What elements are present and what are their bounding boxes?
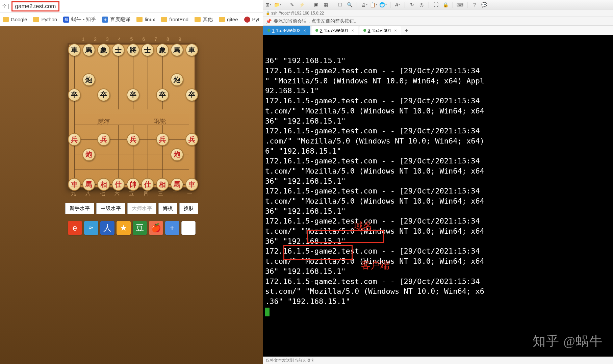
clipboard-icon[interactable]: 📋 bbox=[371, 2, 377, 8]
close-icon[interactable]: ✕ bbox=[351, 29, 354, 32]
terminal-output[interactable]: 36" "192.168.15.1"172.16.1.5-game2.test.… bbox=[263, 35, 613, 357]
globe-icon[interactable]: 🌐 bbox=[380, 2, 386, 8]
chess-piece[interactable]: 馬 bbox=[171, 178, 183, 191]
novice-button[interactable]: 新手水平 bbox=[65, 203, 94, 214]
annotation-label: 域名 bbox=[354, 219, 373, 232]
share-icon[interactable]: ≈ bbox=[84, 221, 98, 235]
session-tab[interactable]: 3 15.5-lb01✕ bbox=[359, 26, 401, 35]
log-line: 6" "192.168.15.1" bbox=[265, 146, 611, 156]
bookmark-item[interactable]: Python bbox=[33, 17, 57, 22]
share-row: e≈人★豆🍎+ bbox=[68, 221, 196, 235]
bookmark-item[interactable]: gitee bbox=[219, 17, 238, 22]
chess-piece[interactable]: 車 bbox=[185, 178, 198, 191]
bookmark-item[interactable]: 知蜗牛 - 知乎 bbox=[63, 16, 96, 23]
close-icon[interactable]: ✕ bbox=[394, 29, 397, 32]
chess-piece[interactable]: 象 bbox=[97, 44, 110, 56]
log-line: 36" "192.168.15.1" bbox=[265, 206, 611, 216]
window-icon[interactable]: ▣ bbox=[313, 2, 319, 8]
chess-piece[interactable]: 卒 bbox=[127, 88, 139, 101]
chess-piece[interactable]: 兵 bbox=[127, 133, 139, 146]
chess-piece[interactable]: 象 bbox=[156, 44, 169, 56]
chess-piece[interactable]: 馬 bbox=[82, 44, 95, 56]
chess-piece[interactable]: 士 bbox=[141, 44, 154, 56]
chess-piece[interactable]: 炮 bbox=[82, 148, 95, 161]
edit-icon[interactable]: ✎ bbox=[289, 2, 295, 8]
folder-icon bbox=[219, 17, 225, 22]
session-tab[interactable]: 1 15.8-web02✕ bbox=[263, 26, 310, 35]
chess-piece[interactable]: 車 bbox=[68, 44, 81, 56]
share-icon[interactable]: 人 bbox=[100, 221, 114, 235]
chess-piece[interactable]: 卒 bbox=[185, 88, 198, 101]
share-icon[interactable]: 🍎 bbox=[149, 221, 163, 235]
address-bar: 全 | game2.test.com bbox=[0, 0, 263, 13]
chess-piece[interactable]: 兵 bbox=[68, 133, 81, 146]
chess-piece[interactable]: 兵 bbox=[185, 133, 198, 146]
chess-piece[interactable]: 將 bbox=[127, 44, 139, 56]
chess-piece[interactable]: 車 bbox=[68, 178, 81, 191]
log-line: 172.16.1.5-game2.test.com - - [29/Oct/20… bbox=[265, 246, 611, 256]
bookmark-item[interactable]: 其他 bbox=[195, 16, 213, 23]
skin-button[interactable]: 换肤 bbox=[179, 203, 198, 214]
intermediate-button[interactable]: 中级水平 bbox=[96, 203, 125, 214]
chess-piece[interactable]: 相 bbox=[156, 178, 169, 191]
log-line: 172.16.1.5-game2.test.com - - [29/Oct/20… bbox=[265, 277, 611, 287]
share-icon[interactable]: + bbox=[165, 221, 179, 235]
font-icon[interactable]: A bbox=[394, 2, 401, 8]
connection-bar: 🔒 ssh://root:*@192.168.15.8:22 bbox=[263, 9, 613, 17]
undo-button[interactable]: 悔棋 bbox=[158, 203, 177, 214]
chat-icon[interactable]: 💬 bbox=[481, 2, 487, 8]
status-dot-icon bbox=[267, 29, 270, 32]
chess-piece[interactable]: 卒 bbox=[156, 88, 169, 101]
print-icon[interactable]: 🖨 bbox=[361, 2, 367, 8]
chess-piece[interactable]: 兵 bbox=[97, 133, 110, 146]
keyboard-icon[interactable]: ⌨ bbox=[457, 2, 463, 8]
refresh-icon[interactable]: ↻ bbox=[409, 2, 415, 8]
chess-piece[interactable]: 帥 bbox=[127, 178, 139, 191]
share-icon[interactable]: e bbox=[68, 221, 82, 235]
target-icon[interactable]: ◎ bbox=[418, 2, 425, 8]
bookmark-item[interactable]: linux bbox=[136, 17, 155, 22]
chess-piece[interactable]: 卒 bbox=[97, 88, 110, 101]
help-icon[interactable]: ? bbox=[471, 2, 478, 8]
copy-icon[interactable]: ❐ bbox=[337, 2, 343, 8]
bookmark-item[interactable]: 译百度翻译 bbox=[102, 16, 130, 23]
grid-icon[interactable]: ▦ bbox=[323, 2, 329, 8]
chess-piece[interactable]: 士 bbox=[112, 44, 125, 56]
chess-piece[interactable]: 仕 bbox=[141, 178, 154, 191]
chess-piece[interactable]: 炮 bbox=[171, 148, 183, 161]
bookmark-label: Google bbox=[11, 17, 27, 22]
add-tab-button[interactable]: + bbox=[402, 27, 411, 35]
chess-piece[interactable]: 卒 bbox=[68, 88, 81, 101]
url-text[interactable]: game2.test.com bbox=[11, 1, 60, 11]
chess-piece[interactable]: 相 bbox=[97, 178, 110, 191]
close-icon[interactable]: ✕ bbox=[303, 29, 306, 32]
share-icon[interactable]: ★ bbox=[117, 221, 131, 235]
log-line: t.com/" "Mozilla/5.0 (Windows NT 10.0; W… bbox=[265, 166, 611, 176]
log-line: t.com/" "Mozilla/5.0 (Windows NT 10.0; W… bbox=[265, 106, 611, 116]
app-icon bbox=[244, 17, 250, 23]
share-icon[interactable] bbox=[181, 221, 196, 235]
chess-piece[interactable]: 兵 bbox=[156, 133, 169, 146]
master-button[interactable]: 大师水平 bbox=[127, 203, 156, 214]
status-dot-icon bbox=[315, 29, 318, 32]
bookmark-item[interactable]: Pyt bbox=[244, 17, 260, 23]
fullscreen-icon[interactable]: ⛶ bbox=[433, 2, 439, 8]
open-folder-icon[interactable]: 📁 bbox=[275, 2, 281, 8]
log-line: 172.16.1.5-game2.test.com - - [29/Oct/20… bbox=[265, 186, 611, 196]
pin-icon[interactable]: 📌 bbox=[266, 19, 272, 24]
log-line: 36" "192.168.15.1" bbox=[265, 56, 611, 66]
lock-icon[interactable]: 🔒 bbox=[442, 2, 449, 8]
wand-icon[interactable]: ⚡ bbox=[299, 2, 305, 8]
search-icon[interactable]: 🔍 bbox=[347, 2, 353, 8]
chess-piece[interactable]: 車 bbox=[185, 44, 198, 56]
folder-icon bbox=[161, 17, 167, 22]
session-tab[interactable]: 2 15.7-web01✕ bbox=[311, 26, 358, 35]
bookmark-item[interactable]: frontEnd bbox=[161, 17, 188, 22]
chess-piece[interactable]: 馬 bbox=[171, 44, 183, 56]
chess-piece[interactable]: 仕 bbox=[112, 178, 125, 191]
bookmark-item[interactable]: Google bbox=[3, 17, 27, 22]
share-icon[interactable]: 豆 bbox=[133, 221, 147, 235]
chess-board[interactable]: 楚河 漢界 車馬象士將士象馬車炮炮卒卒卒卒卒兵兵兵兵兵炮炮車馬相仕帥仕相馬車 bbox=[68, 43, 196, 188]
chess-piece[interactable]: 馬 bbox=[82, 178, 95, 191]
new-session-icon[interactable]: ⊞ bbox=[265, 2, 271, 8]
